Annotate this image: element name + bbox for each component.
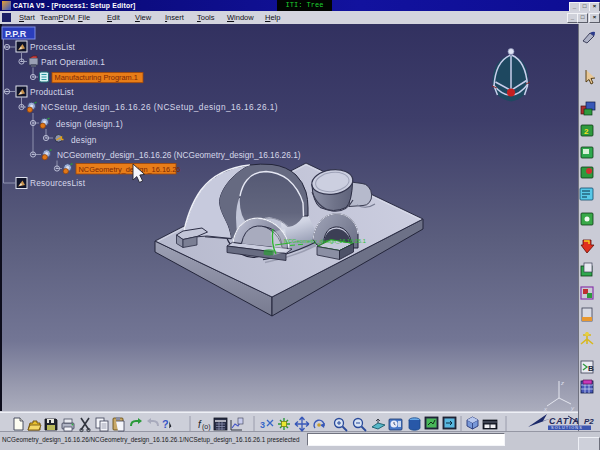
svg-text:y: y [570,405,575,411]
svg-text:NCGeometry_design_16.16.26.1: NCGeometry_design_16.16.26.1 [284,238,366,244]
svg-text:P.P.R: P.P.R [5,29,27,39]
svg-text:ProcessList: ProcessList [30,42,76,52]
svg-text:design: design [71,135,97,145]
svg-text:NCGeometry_design_16.16.26: NCGeometry_design_16.16.26 [79,165,181,174]
svg-text:NCSetup_design_16.16.26 (NCSet: NCSetup_design_16.16.26 (NCSetup_design_… [41,102,278,112]
svg-text:design (design.1): design (design.1) [56,119,123,129]
svg-text:z: z [560,380,564,386]
svg-text:SOLUTIONS: SOLUTIONS [551,426,583,430]
svg-text:2: 2 [584,127,589,136]
svg-text:?: ? [162,418,169,430]
svg-text:NCGeometry_design_16.16.26 (NC: NCGeometry_design_16.16.26 (NCGeometry_d… [57,150,301,160]
svg-text:ProductList: ProductList [30,87,74,97]
svg-text:x: x [543,406,548,412]
svg-text:ResourcesList: ResourcesList [30,178,86,188]
svg-text:Part Operation.1: Part Operation.1 [41,57,105,67]
svg-text:Manufacturing Program.1: Manufacturing Program.1 [55,73,138,82]
svg-text:P2: P2 [584,417,594,426]
svg-text:CATIA: CATIA [549,416,580,426]
svg-text:(o): (o) [202,423,211,431]
svg-text:3: 3 [260,420,265,430]
svg-text:B: B [588,364,594,373]
